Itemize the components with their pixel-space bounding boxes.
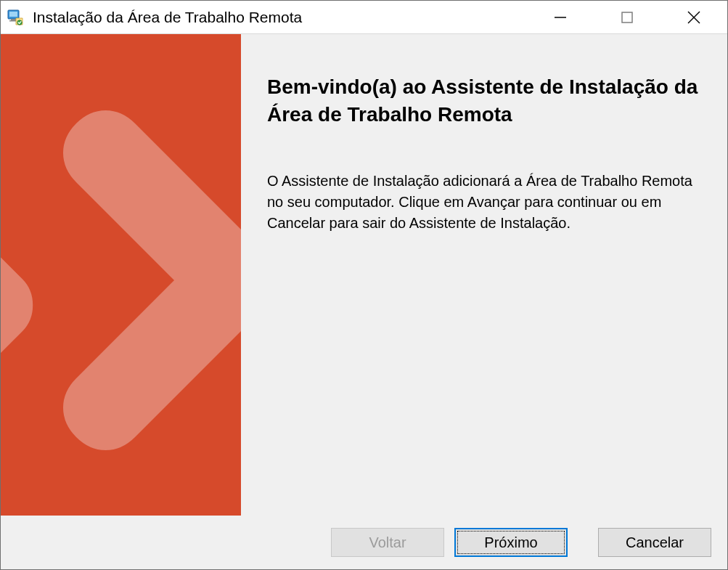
- maximize-button[interactable]: [594, 1, 660, 33]
- svg-rect-6: [622, 12, 632, 23]
- installer-window: Instalação da Área de Trabalho Remota: [0, 0, 728, 570]
- cancel-button[interactable]: Cancelar: [598, 528, 711, 557]
- button-bar: Voltar Próximo Cancelar: [1, 516, 727, 569]
- svg-rect-2: [11, 19, 16, 20]
- wizard-banner: [1, 34, 241, 516]
- svg-line-7: [688, 12, 700, 23]
- svg-line-8: [688, 12, 700, 23]
- window-title: Instalação da Área de Trabalho Remota: [33, 9, 527, 26]
- svg-rect-1: [9, 12, 17, 17]
- titlebar: Instalação da Área de Trabalho Remota: [1, 1, 727, 34]
- window-controls: [527, 1, 727, 33]
- content-area: Bem-vindo(a) ao Assistente de Instalação…: [1, 34, 727, 516]
- minimize-button[interactable]: [527, 1, 594, 33]
- next-button[interactable]: Próximo: [454, 528, 568, 557]
- close-button[interactable]: [660, 1, 727, 33]
- back-button: Voltar: [331, 528, 444, 557]
- installer-icon: [7, 9, 24, 26]
- main-panel: Bem-vindo(a) ao Assistente de Instalação…: [241, 34, 727, 516]
- wizard-heading: Bem-vindo(a) ao Assistente de Instalação…: [267, 73, 701, 129]
- wizard-body-text: O Assistente de Instalação adicionará a …: [267, 171, 701, 234]
